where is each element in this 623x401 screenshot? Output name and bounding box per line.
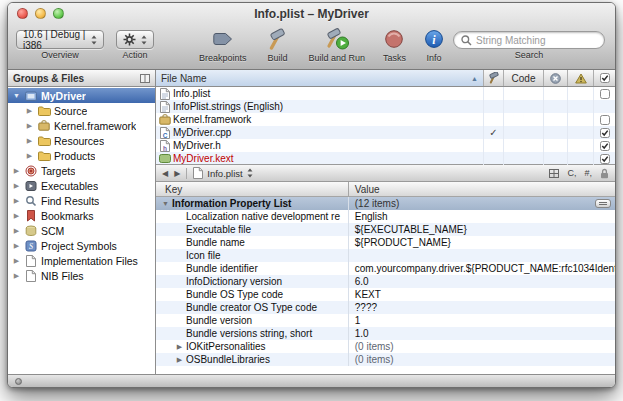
sidebar-item-products[interactable]: ▶Products [8, 148, 155, 163]
column-header-build[interactable] [483, 70, 503, 86]
plist-row-information-property-list[interactable]: ▼Information Property List(12 items) [156, 197, 615, 210]
toolbar-item-build-and-run[interactable]: Build and Run [308, 26, 365, 63]
sidebar-item-bookmarks[interactable]: ▶Bookmarks [8, 208, 155, 223]
toolbar-item-build[interactable]: Build [264, 26, 290, 63]
plist-row-infodictionary-version[interactable]: InfoDictionary version6.0 [156, 275, 615, 288]
file-row-infoplist-strings-english[interactable]: InfoPlist.strings (English) [156, 100, 615, 113]
plist-value-cell[interactable]: (12 items) [349, 197, 615, 210]
plist-key-cell: Localization native development re [156, 210, 349, 223]
row-menu-button[interactable] [595, 199, 611, 208]
column-header-code[interactable]: Code [503, 70, 543, 86]
column-header-file-name[interactable]: File Name ▲ [156, 70, 483, 86]
minimize-button[interactable] [35, 8, 46, 19]
disclosure-icon[interactable]: ▶ [12, 197, 21, 204]
plist-value-cell[interactable]: (0 items) [349, 353, 615, 366]
toolbar-item-info[interactable]: iInfo [424, 26, 444, 63]
plist-row-bundle-identifier[interactable]: Bundle identifiercom.yourcompany.driver.… [156, 262, 615, 275]
sidebar-item-mydriver[interactable]: ▼MyDriver [8, 88, 155, 103]
overview-group: 10.6 | Debug | i386 Overview [16, 26, 104, 60]
disclosure-icon[interactable]: ▶ [25, 122, 34, 129]
sidebar-item-resources[interactable]: ▶Resources [8, 133, 155, 148]
target-membership-checkbox[interactable] [593, 152, 615, 165]
plist-value-cell[interactable]: ${EXECUTABLE_NAME} [349, 223, 615, 236]
plist-row-bundle-name[interactable]: Bundle name${PRODUCT_NAME} [156, 236, 615, 249]
disclosure-icon[interactable]: ▶ [12, 212, 21, 219]
disclosure-icon[interactable]: ▶ [175, 343, 184, 350]
plist-value-cell[interactable]: English [349, 210, 615, 223]
file-row-kernel-framework[interactable]: Kernel.framework [156, 113, 615, 126]
plist-row-icon-file[interactable]: Icon file [156, 249, 615, 262]
column-header-errors[interactable] [543, 70, 567, 86]
plist-row-localization-native-development-re[interactable]: Localization native development reEnglis… [156, 210, 615, 223]
disclosure-icon[interactable]: ▶ [12, 242, 21, 249]
plist-value-cell[interactable]: 6.0 [349, 275, 615, 288]
zoom-button[interactable] [53, 8, 64, 19]
sidebar-item-project-symbols[interactable]: ▶SProject Symbols [8, 238, 155, 253]
disclosure-icon[interactable]: ▶ [175, 356, 184, 363]
search-input[interactable] [476, 35, 597, 46]
disclosure-icon[interactable]: ▶ [12, 167, 21, 174]
plist-value-cell[interactable]: ???? [349, 301, 615, 314]
plist-row-bundle-version[interactable]: Bundle version1 [156, 314, 615, 327]
sidebar-item-nib-files[interactable]: ▶NIB Files [8, 268, 155, 283]
column-header-target[interactable] [593, 70, 615, 86]
status-bar [8, 374, 615, 387]
methods-popup-button[interactable]: #, [584, 168, 592, 178]
plist-row-osbundlelibraries[interactable]: ▶OSBundleLibraries(0 items) [156, 353, 615, 366]
sidebar-item-implementation-files[interactable]: ▶Implementation Files [8, 253, 155, 268]
disclosure-icon[interactable]: ▼ [12, 92, 21, 99]
target-membership-checkbox[interactable] [593, 87, 615, 100]
sidebar-item-targets[interactable]: ▶Targets [8, 163, 155, 178]
plist-row-iokitpersonalities[interactable]: ▶IOKitPersonalities(0 items) [156, 340, 615, 353]
column-header-warnings[interactable] [567, 70, 593, 86]
plist-value-cell[interactable] [349, 249, 615, 262]
file-row-mydriver-h[interactable]: hMyDriver.h [156, 139, 615, 152]
plist-row-bundle-os-type-code[interactable]: Bundle OS Type codeKEXT [156, 288, 615, 301]
key-column-header[interactable]: Key [156, 182, 349, 196]
forward-button[interactable]: ▶ [174, 169, 180, 178]
plist-row-bundle-creator-os-type-code[interactable]: Bundle creator OS Type code???? [156, 301, 615, 314]
disclosure-icon[interactable]: ▶ [25, 152, 34, 159]
disclosure-icon[interactable]: ▶ [25, 107, 34, 114]
plist-value-cell[interactable]: ${PRODUCT_NAME} [349, 236, 615, 249]
disclosure-icon[interactable]: ▼ [161, 200, 170, 207]
plist-value-cell[interactable]: com.yourcompany.driver.${PRODUCT_NAME:rf… [349, 262, 615, 275]
plist-value-cell[interactable]: KEXT [349, 288, 615, 301]
sidebar-item-kernel-framework[interactable]: ▶Kernel.framework [8, 118, 155, 133]
toolbar-item-tasks[interactable]: Tasks [383, 26, 406, 63]
target-membership-checkbox[interactable] [593, 139, 615, 152]
value-column-header[interactable]: Value [349, 182, 615, 196]
disclosure-icon[interactable]: ▶ [12, 257, 21, 264]
plist-value-cell[interactable]: (0 items) [349, 340, 615, 353]
disclosure-icon[interactable]: ▶ [25, 137, 34, 144]
groups-files-header[interactable]: Groups & Files [8, 70, 156, 86]
grid-icon[interactable] [549, 169, 559, 178]
plist-key-label: Bundle identifier [186, 263, 258, 274]
plist-row-bundle-versions-string-short[interactable]: Bundle versions string, short1.0 [156, 327, 615, 340]
back-button[interactable]: ◀ [162, 169, 168, 178]
plist-value-cell[interactable]: 1 [349, 314, 615, 327]
toolbar-item-breakpoints[interactable]: Breakpoints [199, 26, 247, 63]
disclosure-icon[interactable]: ▶ [12, 272, 21, 279]
file-row-info-plist[interactable]: Info.plist [156, 87, 615, 100]
sidebar-item-scm[interactable]: ▶SCM [8, 223, 155, 238]
file-row-mydriver-kext[interactable]: MyDriver.kext [156, 152, 615, 165]
overview-popup[interactable]: 10.6 | Debug | i386 [16, 30, 104, 49]
plist-row-executable-file[interactable]: Executable file${EXECUTABLE_NAME} [156, 223, 615, 236]
file-popup[interactable]: Info.plist [193, 167, 252, 179]
file-row-mydriver-cpp[interactable]: CMyDriver.cpp✓ [156, 126, 615, 139]
target-membership-checkbox[interactable] [593, 113, 615, 126]
titlebar[interactable]: Info.plist – MyDriver [8, 3, 615, 24]
disclosure-icon[interactable]: ▶ [12, 227, 21, 234]
disclosure-icon[interactable]: ▶ [12, 182, 21, 189]
plist-value-cell[interactable]: 1.0 [349, 327, 615, 340]
sidebar-item-executables[interactable]: ▶Executables [8, 178, 155, 193]
target-membership-checkbox[interactable] [593, 126, 615, 139]
sidebar-item-source[interactable]: ▶Source [8, 103, 155, 118]
counterpart-button[interactable]: C, [567, 168, 576, 178]
action-popup[interactable] [116, 30, 154, 49]
sidebar-item-find-results[interactable]: ▶Find Results [8, 193, 155, 208]
search-field[interactable] [453, 31, 605, 49]
lock-icon[interactable] [600, 168, 609, 179]
close-button[interactable] [17, 8, 28, 19]
